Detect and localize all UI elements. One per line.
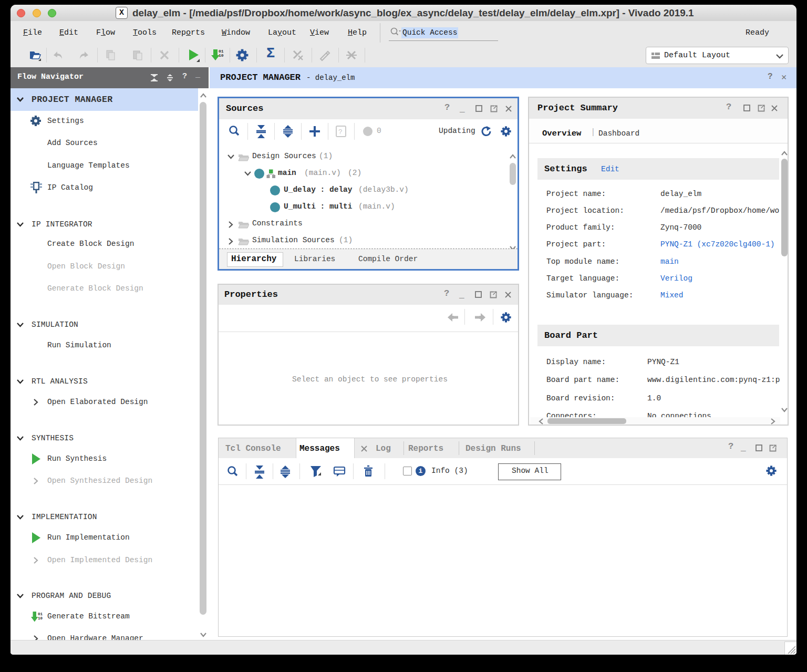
svg-text:10: 10: [38, 616, 43, 621]
svg-text:?: ?: [338, 128, 343, 136]
svg-text:01: 01: [38, 612, 43, 616]
svg-text:10: 10: [219, 53, 224, 58]
